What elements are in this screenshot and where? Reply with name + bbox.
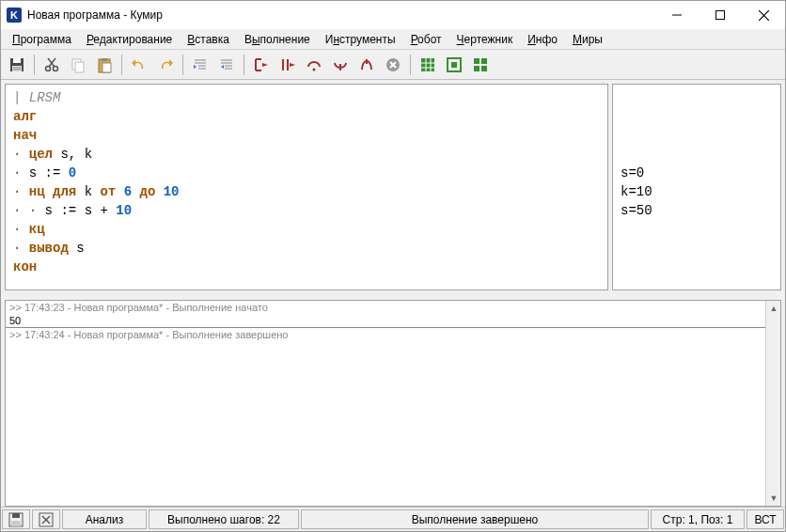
scroll-down-icon[interactable]: ▼ (766, 491, 781, 506)
step-icon[interactable] (275, 53, 300, 77)
var-row: k=10 (621, 182, 773, 201)
menu-robot[interactable]: Робот (403, 31, 449, 48)
status-close-icon[interactable] (32, 509, 60, 529)
titlebar: K Новая программа - Кумир (1, 1, 785, 29)
status-analysis[interactable]: Анализ (62, 509, 147, 529)
console-line: >> 17:43:23 - Новая программа* - Выполне… (6, 301, 780, 314)
window-title: Новая программа - Кумир (27, 8, 655, 22)
menu-tools[interactable]: Инструменты (318, 31, 403, 48)
status-save-icon[interactable] (2, 509, 30, 529)
grid-quad-icon[interactable] (468, 53, 493, 77)
stop-icon[interactable] (381, 53, 405, 77)
grid-all-icon[interactable] (416, 53, 440, 77)
svg-rect-41 (474, 58, 479, 64)
status-state: Выполнение завершено (301, 509, 649, 529)
variables-pane: s=0 k=10 s=50 (612, 84, 781, 290)
menu-drawer[interactable]: Чертежник (449, 31, 521, 48)
copy-icon[interactable] (66, 53, 90, 77)
grid-center-icon[interactable] (442, 53, 466, 77)
code-comment: | LRSM (13, 90, 60, 105)
svg-rect-44 (481, 66, 487, 71)
step-out-icon[interactable] (354, 53, 379, 77)
menu-edit[interactable]: Редактирование (79, 31, 180, 48)
menu-program[interactable]: Программа (5, 31, 79, 48)
var-row: s=0 (621, 164, 773, 182)
menu-run[interactable]: Выполнение (237, 31, 318, 48)
status-steps: Выполнено шагов: 22 (149, 509, 299, 529)
svg-rect-16 (102, 58, 107, 61)
close-button[interactable] (742, 1, 785, 29)
svg-rect-40 (451, 62, 457, 68)
svg-line-12 (48, 58, 55, 67)
svg-rect-5 (13, 58, 21, 63)
menu-info[interactable]: Инфо (520, 31, 565, 48)
console-output: 50 (6, 314, 780, 327)
save-icon[interactable] (5, 53, 29, 77)
step-over-icon[interactable] (302, 53, 326, 77)
svg-rect-34 (421, 58, 434, 71)
minimize-button[interactable] (655, 1, 699, 29)
run-to-cursor-icon[interactable] (249, 53, 274, 77)
svg-point-28 (313, 68, 316, 70)
paste-icon[interactable] (92, 53, 117, 77)
window-controls (655, 1, 785, 29)
app-icon: K (7, 8, 22, 23)
menu-worlds[interactable]: Миры (565, 31, 610, 48)
code-editor[interactable]: | LRSM алг нач · цел s, k · s := 0 · нц … (5, 84, 608, 290)
main-area: | LRSM алг нач · цел s, k · s := 0 · нц … (1, 80, 785, 294)
step-into-icon[interactable] (328, 53, 353, 77)
svg-rect-43 (474, 66, 479, 71)
svg-rect-1 (716, 11, 725, 20)
svg-rect-6 (12, 66, 22, 71)
status-insert-mode[interactable]: ВСТ (747, 509, 784, 529)
svg-rect-42 (481, 58, 487, 64)
svg-line-11 (49, 58, 55, 67)
toolbar (1, 50, 785, 80)
scroll-up-icon[interactable]: ▲ (766, 301, 781, 316)
outdent-icon[interactable] (214, 53, 239, 77)
indent-icon[interactable] (188, 53, 212, 77)
status-position: Стр: 1, Поз: 1 (651, 509, 745, 529)
statusbar: Анализ Выполнено шагов: 22 Выполнение за… (1, 507, 785, 531)
svg-rect-47 (11, 521, 21, 526)
svg-rect-17 (102, 63, 111, 72)
menu-insert[interactable]: Вставка (180, 31, 237, 48)
menubar: Программа Редактирование Вставка Выполне… (1, 29, 785, 50)
cut-icon[interactable] (39, 53, 64, 77)
maximize-button[interactable] (699, 1, 742, 29)
console-pane[interactable]: >> 17:43:23 - Новая программа* - Выполне… (5, 300, 781, 507)
redo-icon[interactable] (153, 53, 178, 77)
var-row: s=50 (621, 201, 773, 220)
undo-icon[interactable] (127, 53, 151, 77)
console-line: >> 17:43:24 - Новая программа* - Выполне… (6, 328, 780, 341)
svg-rect-46 (12, 513, 20, 518)
svg-rect-14 (75, 62, 84, 72)
scrollbar-vertical[interactable]: ▲ ▼ (765, 301, 780, 506)
